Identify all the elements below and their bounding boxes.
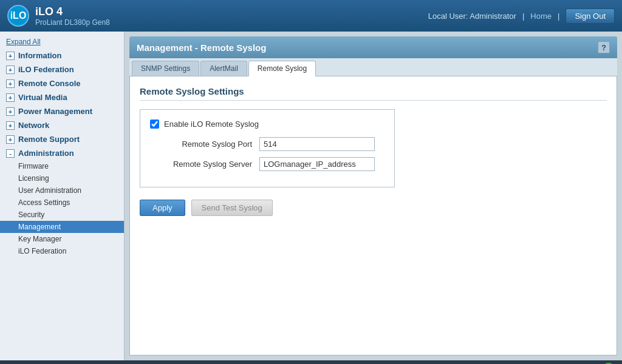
sidebar-label-power-management: Power Management — [18, 107, 92, 116]
sidebar-item-remote-support[interactable]: + Remote Support — [0, 132, 124, 146]
sidebar-item-ilo-federation[interactable]: + iLO Federation — [0, 62, 124, 76]
toggle-network[interactable]: + — [6, 121, 15, 130]
header-right: Local User: Administrator | Home | Sign … — [428, 8, 615, 24]
help-button[interactable]: ? — [598, 41, 610, 53]
main-layout: Expand All + Information + iLO Federatio… — [0, 32, 622, 360]
sidebar-item-remote-console[interactable]: + Remote Console — [0, 76, 124, 90]
footer: POWER: ON UID: OFF ✓ — [0, 360, 622, 364]
sidebar-label-virtual-media: Virtual Media — [18, 93, 67, 102]
header: iLO iLO 4 ProLiant DL380p Gen8 Local Use… — [0, 0, 622, 32]
send-test-syslog-button[interactable]: Send Test Syslog — [191, 200, 273, 216]
content-area: Management - Remote Syslog ? SNMP Settin… — [125, 32, 622, 360]
sidebar-item-network[interactable]: + Network — [0, 118, 124, 132]
sidebar-item-power-management[interactable]: + Power Management — [0, 104, 124, 118]
sidebar: Expand All + Information + iLO Federatio… — [0, 32, 125, 360]
tabs-bar: SNMP Settings AlertMail Remote Syslog — [129, 58, 617, 76]
sidebar-sub-key-manager[interactable]: Key Manager — [0, 233, 124, 245]
toggle-remote-support[interactable]: + — [6, 135, 15, 144]
toggle-ilo-federation[interactable]: + — [6, 66, 15, 74]
tab-snmp-settings[interactable]: SNMP Settings — [132, 61, 199, 76]
sidebar-item-information[interactable]: + Information — [0, 49, 124, 62]
sidebar-sub-security[interactable]: Security — [0, 209, 124, 221]
sidebar-sub-firmware[interactable]: Firmware — [0, 160, 124, 172]
server-row: Remote Syslog Server — [150, 157, 384, 171]
sidebar-item-administration[interactable]: - Administration — [0, 146, 124, 160]
toggle-remote-console[interactable]: + — [6, 79, 15, 88]
main-panel: Remote Syslog Settings Enable iLO Remote… — [129, 76, 617, 356]
button-row: Apply Send Test Syslog — [140, 200, 607, 216]
server-label: Remote Syslog Server — [150, 160, 259, 169]
sidebar-label-information: Information — [18, 51, 62, 60]
page-title: Management - Remote Syslog — [137, 42, 266, 53]
logo-area: iLO iLO 4 ProLiant DL380p Gen8 — [7, 5, 110, 27]
ilo-title: iLO 4 — [35, 5, 110, 18]
sidebar-item-virtual-media[interactable]: + Virtual Media — [0, 90, 124, 104]
sidebar-sub-user-administration[interactable]: User Administration — [0, 184, 124, 197]
sidebar-label-remote-support: Remote Support — [18, 135, 80, 144]
page-header: Management - Remote Syslog ? — [129, 36, 617, 58]
apply-button[interactable]: Apply — [140, 200, 185, 216]
toggle-administration[interactable]: - — [6, 149, 15, 158]
expand-all-link[interactable]: Expand All — [0, 35, 124, 49]
tab-alertmail[interactable]: AlertMail — [200, 61, 247, 76]
port-row: Remote Syslog Port — [150, 137, 384, 151]
sidebar-sub-licensing[interactable]: Licensing — [0, 172, 124, 184]
sidebar-label-network: Network — [18, 121, 49, 130]
enable-checkbox-label[interactable]: Enable iLO Remote Syslog — [164, 120, 259, 129]
port-input[interactable] — [259, 137, 375, 151]
sidebar-sub-ilo-federation[interactable]: iLO Federation — [0, 245, 124, 257]
user-label: Local User: Administrator — [428, 12, 516, 21]
sidebar-label-administration: Administration — [18, 149, 74, 158]
port-label: Remote Syslog Port — [150, 140, 259, 149]
product-info: iLO 4 ProLiant DL380p Gen8 — [35, 5, 110, 27]
tab-remote-syslog[interactable]: Remote Syslog — [248, 61, 316, 76]
sidebar-label-ilo-federation: iLO Federation — [18, 65, 74, 74]
server-input[interactable] — [259, 157, 375, 171]
settings-form: Enable iLO Remote Syslog Remote Syslog P… — [140, 109, 395, 187]
enable-remote-syslog-checkbox[interactable] — [150, 120, 159, 129]
toggle-virtual-media[interactable]: + — [6, 93, 15, 102]
section-title: Remote Syslog Settings — [140, 86, 607, 101]
sidebar-sub-management[interactable]: Management — [0, 221, 124, 233]
hp-logo: iLO — [7, 5, 29, 27]
toggle-power-management[interactable]: + — [6, 107, 15, 116]
home-link[interactable]: Home — [530, 12, 552, 21]
enable-checkbox-row: Enable iLO Remote Syslog — [150, 120, 384, 129]
sidebar-sub-access-settings[interactable]: Access Settings — [0, 197, 124, 209]
toggle-information[interactable]: + — [6, 52, 15, 60]
sidebar-label-remote-console: Remote Console — [18, 79, 81, 88]
signout-button[interactable]: Sign Out — [566, 8, 615, 24]
server-name: ProLiant DL380p Gen8 — [35, 18, 110, 27]
